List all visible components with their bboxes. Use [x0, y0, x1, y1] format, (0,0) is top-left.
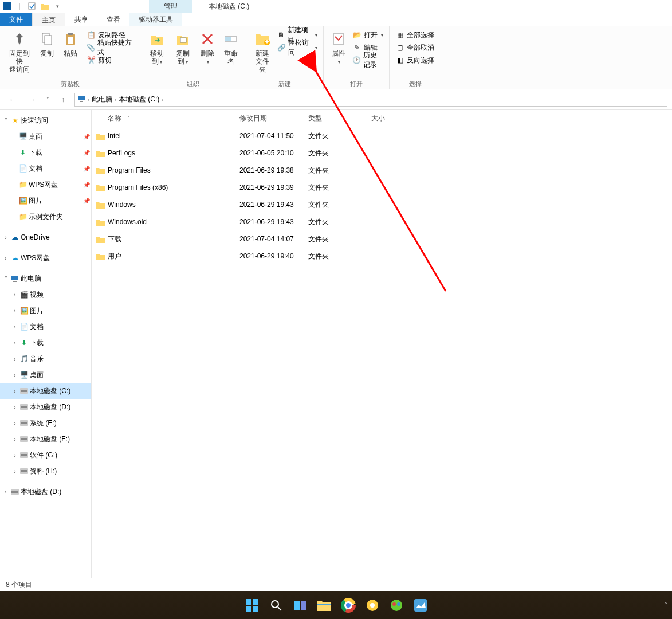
- tb-search[interactable]: [268, 597, 285, 614]
- col-name[interactable]: 名称˄: [92, 113, 235, 123]
- tree-thispc[interactable]: ˅此电脑: [0, 271, 91, 287]
- tree-quick-item[interactable]: ⬇下载📌: [0, 144, 91, 160]
- tb-app2[interactable]: [412, 597, 429, 614]
- selectnone-button[interactable]: ▢全部取消: [393, 41, 437, 54]
- file-row[interactable]: 下载2021-07-04 14:07文件夹: [92, 230, 672, 248]
- file-row[interactable]: Windows2021-06-29 19:43文件夹: [92, 196, 672, 213]
- cut-button[interactable]: ✂️剪切: [84, 54, 136, 66]
- open-button[interactable]: 📂打开▾: [350, 29, 386, 41]
- properties-button[interactable]: 属性▾: [327, 29, 350, 68]
- group-label-select: 选择: [393, 79, 437, 88]
- breadcrumb-sep2[interactable]: ›: [162, 97, 163, 103]
- col-date[interactable]: 修改日期: [235, 113, 304, 123]
- breadcrumb-pc-icon: [77, 95, 85, 104]
- svg-rect-37: [294, 601, 300, 610]
- group-label-open: 打开: [327, 79, 386, 88]
- breadcrumb-sep1[interactable]: ›: [115, 97, 116, 103]
- copyto-button[interactable]: 复制到▾: [170, 29, 197, 68]
- qat-separator: |: [15, 2, 24, 11]
- moveto-button[interactable]: 移动到▾: [144, 29, 170, 68]
- tab-view[interactable]: 查看: [97, 13, 129, 26]
- file-row[interactable]: Intel2021-07-04 11:50文件夹: [92, 127, 672, 144]
- tab-file[interactable]: 文件: [0, 13, 32, 26]
- qa-item-icon: 📁: [18, 180, 27, 189]
- tree-pc-item[interactable]: ›资料 (H:): [0, 463, 91, 479]
- tb-chrome-canary[interactable]: [364, 597, 381, 614]
- pc-item-icon: 📄: [19, 322, 29, 331]
- tb-taskview[interactable]: [292, 597, 309, 614]
- tree-quick-item[interactable]: 🖥️桌面📌: [0, 128, 91, 144]
- tree-wps[interactable]: ›☁WPS网盘: [0, 250, 91, 266]
- copy-button[interactable]: 复制: [35, 29, 58, 58]
- titlebar: | ▾ 管理 本地磁盘 (C:): [0, 0, 672, 13]
- selectinvert-icon: ◧: [395, 56, 404, 65]
- tree-pc-item[interactable]: ›🎬视频: [0, 287, 91, 303]
- tree-pc-item[interactable]: ›🖥️桌面: [0, 367, 91, 383]
- file-row[interactable]: Program Files (x86)2021-06-29 19:39文件夹: [92, 179, 672, 196]
- tree-pc-item[interactable]: ›本地磁盘 (F:): [0, 431, 91, 447]
- tab-home[interactable]: 主页: [32, 13, 65, 26]
- qat-dropdown-icon[interactable]: ▾: [53, 2, 62, 11]
- pin-button[interactable]: 固定到快 速访问: [3, 29, 35, 75]
- tb-start[interactable]: [243, 597, 261, 614]
- forward-button[interactable]: →: [24, 92, 40, 108]
- tb-explorer[interactable]: [316, 597, 333, 614]
- properties-icon: [329, 30, 348, 48]
- tree-quick-item[interactable]: 📁示例文件夹: [0, 209, 91, 225]
- paste-button[interactable]: 粘贴: [58, 29, 82, 58]
- breadcrumb-item-drive[interactable]: 本地磁盘 (C:): [119, 95, 159, 104]
- easyaccess-button[interactable]: 🔗轻松访问▾: [275, 41, 320, 54]
- svg-rect-26: [21, 454, 27, 456]
- pc-item-icon: 🎵: [19, 354, 29, 363]
- tree-pc-item[interactable]: ›⬇下载: [0, 335, 91, 351]
- file-list: 名称˄ 修改日期 类型 大小 Intel2021-07-04 11:50文件夹P…: [92, 110, 672, 578]
- breadcrumb-item-thispc[interactable]: 此电脑: [92, 95, 112, 104]
- qat-check-icon[interactable]: [27, 2, 37, 11]
- tab-share[interactable]: 共享: [65, 13, 97, 26]
- back-button[interactable]: ←: [5, 92, 21, 108]
- tab-drivetools[interactable]: 驱动器工具: [129, 13, 182, 26]
- pasteshortcut-button[interactable]: 📎粘贴快捷方式: [84, 41, 136, 54]
- tree-quick-item[interactable]: 🖼️图片📌: [0, 193, 91, 209]
- tree-quick-item[interactable]: 📁WPS网盘📌: [0, 177, 91, 193]
- qat-folder-icon[interactable]: [40, 2, 49, 11]
- tree-pc-item[interactable]: ›📄文档: [0, 319, 91, 335]
- tb-tray[interactable]: ˄: [664, 601, 667, 609]
- col-type[interactable]: 类型: [304, 113, 367, 123]
- delete-button[interactable]: 删除▾: [196, 29, 219, 68]
- open-icon: 📂: [352, 30, 361, 40]
- col-size[interactable]: 大小: [367, 113, 412, 123]
- selectall-button[interactable]: ▦全部选择: [393, 29, 437, 41]
- folder-icon: [96, 148, 105, 158]
- newfolder-button[interactable]: ✦ 新建 文件夹: [250, 29, 275, 75]
- tree-extra-drive[interactable]: ›本地磁盘 (D:): [0, 484, 91, 500]
- svg-rect-15: [11, 276, 18, 280]
- recent-dropdown[interactable]: ˅: [44, 92, 52, 108]
- tb-app1[interactable]: [388, 597, 405, 614]
- file-row[interactable]: Program Files2021-06-29 19:38文件夹: [92, 162, 672, 179]
- tree-onedrive[interactable]: ›☁OneDrive: [0, 229, 91, 245]
- up-button[interactable]: ↑: [55, 92, 71, 108]
- tree-pc-item[interactable]: ›🖼️图片: [0, 303, 91, 319]
- tb-chrome[interactable]: [340, 597, 357, 614]
- breadcrumb-sep0[interactable]: ›: [88, 97, 89, 103]
- copy-icon: [38, 30, 56, 48]
- tray-chevron-icon[interactable]: ˄: [664, 601, 667, 609]
- file-row[interactable]: 用户2021-06-29 19:40文件夹: [92, 248, 672, 265]
- selectinvert-button[interactable]: ◧反向选择: [393, 54, 437, 66]
- tree-quickaccess[interactable]: ˅★快速访问: [0, 112, 91, 128]
- tree-quick-item[interactable]: 📄文档📌: [0, 160, 91, 177]
- tree-pc-item[interactable]: ›系统 (E:): [0, 415, 91, 431]
- tree-pc-item[interactable]: ›本地磁盘 (C:): [0, 383, 91, 399]
- tree-pc-item[interactable]: ›软件 (G:): [0, 447, 91, 463]
- qa-item-icon: 📄: [18, 164, 27, 173]
- breadcrumb[interactable]: › 此电脑 › 本地磁盘 (C:) ›: [74, 93, 667, 107]
- moveto-icon: [148, 30, 166, 48]
- history-button[interactable]: 🕑历史记录: [350, 54, 386, 66]
- file-row[interactable]: PerfLogs2021-06-05 20:10文件夹: [92, 144, 672, 162]
- rename-button[interactable]: 重命名: [219, 29, 242, 66]
- tree-pc-item[interactable]: ›🎵音乐: [0, 351, 91, 367]
- ribbon-tabs: 文件 主页 共享 查看 驱动器工具: [0, 13, 672, 26]
- tree-pc-item[interactable]: ›本地磁盘 (D:): [0, 399, 91, 415]
- file-row[interactable]: Windows.old2021-06-29 19:43文件夹: [92, 213, 672, 230]
